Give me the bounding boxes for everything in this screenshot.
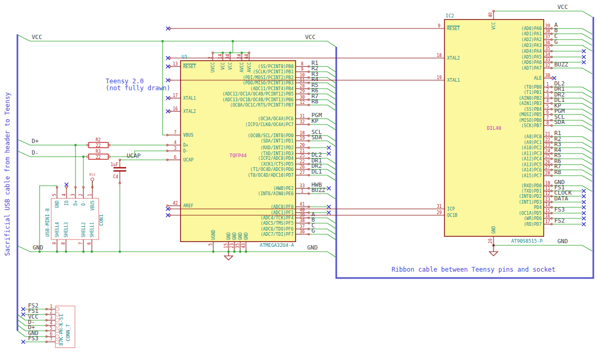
bus-entry bbox=[327, 175, 336, 181]
pin-name: (OC3A/OC4A)PC6 bbox=[258, 117, 294, 121]
pin-name: (A13)PC5 bbox=[521, 162, 542, 167]
pin-name: VCC bbox=[221, 62, 225, 70]
bus-entry bbox=[17, 320, 25, 325]
junction-dot bbox=[65, 251, 67, 253]
pin-number: 3 bbox=[50, 315, 53, 320]
bus-entry bbox=[327, 164, 336, 170]
pin-number: 36 bbox=[545, 41, 551, 45]
junction-dot bbox=[239, 251, 241, 253]
pin-name: PD4 bbox=[534, 205, 542, 210]
gnd-label-mid: GND bbox=[307, 244, 318, 251]
r2-reference: R2 bbox=[96, 138, 101, 142]
pin-number: 18 bbox=[300, 131, 305, 136]
pin-number: 8 bbox=[301, 62, 304, 66]
usb-connector-value: USB-MINI-B bbox=[45, 208, 50, 237]
bus-entry bbox=[327, 141, 336, 147]
pin-number: 23 bbox=[230, 243, 234, 248]
pin-number: 7 bbox=[174, 130, 177, 135]
pin-number: 28 bbox=[545, 171, 551, 176]
pin-number: 25 bbox=[545, 154, 551, 159]
junction-dot bbox=[232, 40, 234, 42]
pin-number: 1 bbox=[301, 189, 304, 194]
bus-entry bbox=[582, 142, 592, 148]
pin-number: 2 bbox=[50, 310, 53, 314]
pin-name: (AD5)PA5 bbox=[521, 55, 542, 60]
conn7-value: B7K-PH-K-S1 bbox=[59, 314, 64, 346]
pin-name: OC1B bbox=[447, 213, 457, 218]
bus-entry bbox=[327, 136, 336, 141]
pin-number: 3 bbox=[546, 93, 549, 98]
conn7-pin-circle[interactable] bbox=[55, 308, 59, 311]
pin-name: XTAL1 bbox=[447, 78, 460, 83]
pin-name: (ADC13/OC1B/OC4B/PCINT13)PB6 bbox=[222, 98, 293, 102]
pin-number: 36 bbox=[300, 229, 305, 234]
pin-number: 26 bbox=[545, 160, 551, 165]
vcc-wire bbox=[17, 35, 336, 47]
pin-number: 29 bbox=[437, 210, 442, 215]
pin-name: (T0)PB0 bbox=[524, 85, 542, 90]
pin-name: (T0/OC4D/ADC10)PD7 bbox=[248, 173, 293, 178]
bus-entry bbox=[582, 137, 592, 142]
bus-entry bbox=[327, 83, 336, 89]
u1-reference: U1 bbox=[182, 54, 187, 60]
pin-name: D- bbox=[183, 149, 188, 154]
pin-name: SHELL2 bbox=[81, 222, 86, 237]
pin-number: 22 bbox=[300, 159, 305, 164]
pin-name: UVCC bbox=[211, 62, 215, 72]
pin-name: XTAL2 bbox=[183, 109, 196, 114]
pin-name: D+ bbox=[73, 200, 78, 206]
net-label: FS3 bbox=[554, 206, 565, 213]
pin-number: 14 bbox=[545, 203, 551, 207]
bus-entry bbox=[582, 165, 592, 170]
r3-reference: R3 bbox=[96, 149, 101, 154]
pin-number: 2 bbox=[546, 88, 549, 92]
pin-number: 33 bbox=[300, 184, 305, 188]
pin-name: D- bbox=[81, 200, 86, 206]
pin-name: (A8)PC0 bbox=[524, 135, 542, 139]
pin-number: 17 bbox=[173, 93, 178, 98]
pin-number: 21 bbox=[300, 149, 305, 154]
pin-number: 40 bbox=[300, 208, 305, 213]
bus-entry bbox=[327, 194, 336, 199]
pin-name: AREF bbox=[183, 204, 193, 208]
pin-number: 22 bbox=[545, 138, 551, 142]
pin-number: 6 bbox=[50, 332, 53, 337]
pin-number: 32 bbox=[545, 63, 551, 68]
pin-name: GND bbox=[55, 200, 60, 208]
usb-cable-note: Sacrificial USB cable from header to Tee… bbox=[4, 92, 11, 256]
pin-name: (TXD)PD1 bbox=[521, 189, 542, 194]
pin-number: 4 bbox=[546, 99, 549, 103]
pin-name: (ADC6/TDO)PF6 bbox=[260, 227, 293, 232]
pin-number: 8 bbox=[61, 242, 66, 245]
ground-symbol-ic2 bbox=[489, 245, 498, 256]
pin-name: (AIN0)PB2 bbox=[519, 96, 542, 101]
net-label: FS2 bbox=[554, 217, 565, 224]
pin-number: 13 bbox=[545, 197, 551, 202]
bus-entry bbox=[327, 66, 336, 72]
pin-name: (SS)PB4 bbox=[524, 107, 542, 112]
pin-name: XTAL1 bbox=[183, 96, 196, 101]
pin-name: ID bbox=[64, 200, 69, 206]
pin-number: 37 bbox=[545, 35, 551, 40]
pin-number: 5 bbox=[52, 194, 57, 196]
usb-vcc-symbol-label: Vcc bbox=[89, 173, 96, 177]
pin-name: GND bbox=[226, 232, 231, 240]
junction-dot bbox=[56, 251, 58, 253]
pin-name: XTAL2 bbox=[447, 56, 460, 61]
bus-entry bbox=[582, 120, 592, 126]
pin-name: (A9)PC1 bbox=[524, 140, 542, 145]
junction-dot bbox=[241, 52, 243, 54]
pin-name: (INT0)PD2 bbox=[519, 194, 542, 199]
ic2-gnd-wire bbox=[494, 245, 592, 251]
vcc-power-symbol bbox=[91, 178, 94, 181]
net-label: G bbox=[554, 39, 558, 45]
dplus-wire bbox=[17, 139, 88, 145]
pin-name: RESET bbox=[183, 64, 196, 69]
junction-dot bbox=[229, 52, 231, 54]
pin-number: 3 bbox=[71, 194, 75, 196]
pin-number: 9 bbox=[301, 67, 304, 72]
pin-number: 11 bbox=[545, 186, 551, 191]
pin-number: 4 bbox=[174, 140, 177, 145]
no-connect-icon bbox=[582, 200, 586, 204]
bus-entry bbox=[327, 105, 336, 111]
